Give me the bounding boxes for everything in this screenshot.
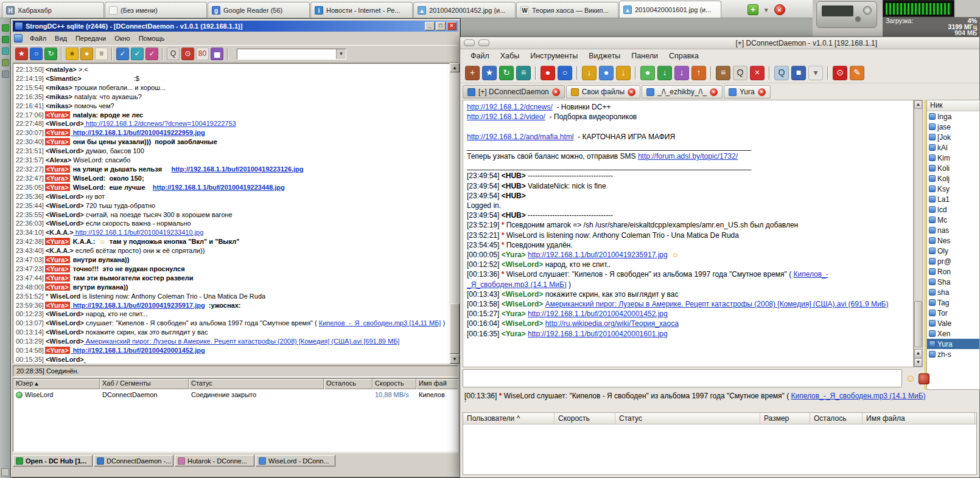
userlist-row[interactable]: Yura [927, 339, 979, 349]
column-header[interactable]: Размер [760, 413, 810, 424]
chat-link[interactable]: http://192.168.1.1/buf/20100420001452.jp… [71, 347, 205, 354]
userlist-row[interactable]: pr@ [927, 256, 979, 266]
waiting-users-icon[interactable]: ✓ [145, 47, 158, 60]
column-header[interactable]: Статус [615, 413, 760, 424]
chevron-down-icon[interactable]: ▼ [336, 49, 346, 59]
panel-icon-2[interactable] [2, 36, 9, 43]
chat-link[interactable]: http://192.168.1.1/buf/20100419223448.jp… [153, 184, 285, 191]
column-header[interactable]: Пользователи ^ [463, 413, 555, 424]
message-input[interactable] [463, 370, 901, 387]
favorite-hubs-icon[interactable]: ★ [482, 66, 497, 80]
record-icon[interactable]: ● [541, 66, 555, 80]
search-spy-icon[interactable]: Q [774, 66, 789, 80]
chat-link[interactable]: http://192.168.1.2/and/mafia.html [467, 133, 573, 141]
hub-tab[interactable]: [+] DConnectDaemon× [463, 85, 565, 99]
panel-icon-5[interactable] [2, 71, 9, 78]
column-header[interactable]: Статус [189, 379, 324, 389]
chat-scrollbar[interactable]: ▲ ▲ ▼ [914, 100, 923, 367]
userlist-row[interactable]: Ron [927, 266, 979, 277]
chat-link[interactable]: http://192.168.1.1/buf/20100419235917.jp… [528, 251, 668, 259]
userlist-row[interactable]: Inga [927, 111, 979, 122]
child-window-icon[interactable] [14, 34, 23, 43]
hub-tab[interactable]: Yura× [724, 85, 771, 99]
userlist-row[interactable]: Oly [927, 246, 979, 256]
userlist-row[interactable]: La1 [927, 194, 979, 204]
reconnect-icon[interactable]: ↻ [499, 66, 514, 80]
menu-item[interactable]: Вид [51, 33, 71, 43]
menu-item[interactable]: Передачи [71, 33, 110, 43]
userlist-row[interactable]: nas [927, 225, 979, 235]
titlebar-button-2[interactable] [478, 40, 489, 46]
userlist-row[interactable]: Ksy [927, 184, 979, 194]
panel-icon-3[interactable] [2, 47, 9, 55]
search-input[interactable] [237, 49, 336, 59]
userlist-row[interactable]: Tor [927, 308, 979, 318]
menu-item[interactable]: Панели [626, 50, 663, 61]
menu-item[interactable]: Хабы [495, 50, 525, 61]
favorite-users-icon[interactable]: ● [80, 47, 93, 60]
chat-link[interactable]: http://192.168.1.2/dcnews/ [467, 103, 553, 111]
userlist-row[interactable]: sha [927, 287, 979, 297]
menu-item[interactable]: Окно [110, 33, 135, 43]
menu-item[interactable]: Помощь [135, 33, 169, 43]
chat-link[interactable]: http://192.168.1.2/video/ [467, 113, 545, 121]
finished-uploads-icon[interactable]: ↑ [691, 66, 706, 80]
menu-item[interactable]: Виджеты [583, 50, 626, 61]
browser-tab[interactable]: (Без имени) [105, 2, 207, 18]
chat-link[interactable]: Американский пирог: Лузеры в Америке. Ре… [545, 300, 889, 308]
scrollbar-thumb[interactable] [914, 301, 922, 347]
chat-link[interactable]: http://192.168.1.1/buf/20100419222959.jp… [71, 129, 205, 136]
chat-link[interactable]: Кипелов_-_Я_свободен.mp3 (14.1 МиБ) [791, 392, 926, 400]
chat-scrollbar[interactable]: ▲ ▼ [450, 63, 460, 364]
userlist-header[interactable]: Ник [927, 100, 979, 111]
userlist-row[interactable]: Vale [927, 318, 979, 328]
search-spy-icon[interactable]: ⊙ [181, 47, 194, 60]
column-header[interactable]: Скорость [373, 379, 416, 389]
chat-link[interactable]: http://192.168.1.1/buf/20100420001452.jp… [528, 310, 668, 318]
chat-link[interactable]: http://forum.adsl.by/topic/1732/ [638, 152, 738, 161]
close-tab-icon[interactable]: × [628, 88, 635, 96]
quit-icon[interactable]: ⊙ [833, 66, 847, 80]
public-hubs-icon[interactable]: ○ [30, 47, 43, 60]
menu-item[interactable]: Инструменты [525, 50, 583, 61]
column-header[interactable]: Осталось [810, 413, 863, 424]
transfers-icon[interactable]: ↓ [674, 66, 689, 80]
menu-item[interactable]: Файл [26, 33, 51, 43]
edit-icon[interactable]: ✎ [850, 66, 864, 80]
favorite-users-icon[interactable]: ● [599, 66, 614, 80]
column-header[interactable]: Имя файла [863, 413, 975, 424]
network-stats-icon[interactable]: ▅ [211, 47, 223, 60]
column-header[interactable]: Хаб / Сегменты [100, 379, 189, 389]
send-button[interactable] [919, 373, 929, 384]
userlist-row[interactable]: Kim [927, 153, 979, 163]
hub-tab[interactable]: _/\_ezhikby_/\_× [642, 85, 723, 99]
strongdc-titlebar[interactable]: StrongDC++ sqlite (r2446) - [DConnectDae… [13, 21, 458, 32]
userlist-row[interactable]: Sha [927, 277, 979, 287]
mdi-tab[interactable]: Open - DC Hub [1... [13, 455, 93, 466]
chat-link[interactable]: http://192.168.1.1/buf/20100419233410.jp… [74, 229, 203, 236]
panel-corner-icon[interactable] [1, 468, 9, 476]
chat-link[interactable]: http://192.168.1.1/buf/20100419235917.jp… [71, 302, 205, 309]
userlist-row[interactable]: zh-s [927, 349, 979, 359]
userlist-row[interactable]: Koli [927, 163, 979, 173]
antispam-icon[interactable]: ■ [791, 66, 806, 80]
chat-link[interactable]: http://ru.wikipedia.org/wiki/Теория_хаос… [545, 319, 679, 328]
menu-item[interactable]: Справка [663, 50, 704, 61]
quick-connect-icon[interactable]: + [465, 66, 480, 80]
transfer-row[interactable]: WiseLordDConnectDaemonСоединение закрыто… [13, 389, 458, 400]
scroll-down-icon[interactable]: ▼ [914, 358, 922, 367]
chat-link[interactable]: http://192.168.1.1/buf/20100420001601.jp… [528, 330, 668, 338]
chat-link[interactable]: Кипелов_-_Я_свободен.mp3 [14,11 МБ] [319, 319, 441, 327]
scroll-down-icon[interactable]: ▼ [450, 355, 460, 364]
restore-button[interactable]: □ [436, 22, 446, 30]
download-queue-icon[interactable]: ↓ [582, 66, 597, 80]
hub-users-icon[interactable]: ● [640, 66, 655, 80]
eiskalt-titlebar[interactable]: [+] DConnectDaemon - v1.0.1 [192.168.1.1… [460, 37, 979, 49]
chat-link[interactable]: http://192.168.1.2/dcnews/?dcnew=1004192… [84, 120, 236, 127]
public-hubs-icon[interactable]: ≡ [516, 66, 531, 80]
settings-icon[interactable]: ≡ [716, 66, 730, 80]
mdi-tab[interactable]: DConnectDaemon -... [94, 455, 173, 466]
panel-icon-4[interactable] [2, 59, 9, 66]
column-header[interactable]: Осталось [324, 379, 373, 389]
userlist-row[interactable]: [Jok [927, 132, 979, 142]
